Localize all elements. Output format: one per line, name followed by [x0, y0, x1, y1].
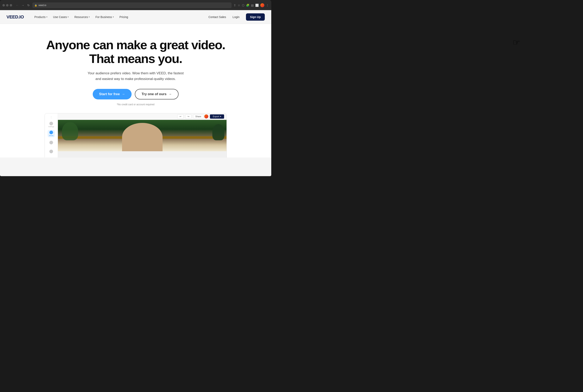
nav-item-for-business[interactable]: For Business ▾: [93, 14, 116, 20]
login-button[interactable]: Login: [229, 14, 243, 20]
sidebar-icon[interactable]: ▤: [251, 4, 254, 7]
arrow-right-icon: →: [122, 92, 125, 96]
menu-icon[interactable]: ⋮: [266, 4, 269, 7]
url-text: veed.io: [38, 4, 46, 7]
puzzle-icon[interactable]: 🧩: [246, 4, 249, 7]
export-button[interactable]: Export ▾: [210, 114, 224, 119]
no-credit-card-text: *No credit card or account required: [117, 103, 154, 106]
browser-toolbar: ← → ↻ 🔒 veed.io ⇧ ☆ ⬡ 🧩 ▤ ⬜ ⋮: [2, 2, 269, 10]
share-area: Share: [193, 114, 208, 118]
sidebar-media-icon[interactable]: Media: [47, 130, 55, 137]
sidebar-media-label: Media: [49, 135, 53, 136]
navbar: VEED.IO Products ▾ Use Cases ▾ Resources…: [0, 10, 271, 24]
app-preview: ⋮ Settings Media: [44, 113, 227, 158]
sidebar-settings-label: Settings: [48, 126, 54, 128]
share-button[interactable]: Share: [193, 114, 203, 118]
user-avatar: [204, 114, 208, 118]
hero-buttons: Start for free → Try one of ours →: [93, 89, 179, 100]
sidebar-extra-icon1[interactable]: [47, 139, 55, 146]
nav-item-resources[interactable]: Resources ▾: [72, 14, 92, 20]
refresh-button[interactable]: ↻: [27, 4, 30, 7]
nav-label-pricing: Pricing: [119, 16, 128, 19]
nav-item-use-cases[interactable]: Use Cases ▾: [51, 14, 71, 20]
website: VEED.IO Products ▾ Use Cases ▾ Resources…: [0, 10, 271, 176]
sidebar-menu-icon[interactable]: ⋮: [50, 116, 52, 119]
nav-label-for-business: For Business: [95, 16, 112, 19]
hero-section: Anyone can make a great video. That mean…: [0, 24, 271, 158]
share-icon[interactable]: ⇧: [234, 4, 236, 7]
export-label: Export: [213, 115, 219, 118]
nav-item-pricing[interactable]: Pricing: [117, 14, 130, 20]
undo-button[interactable]: ↩: [177, 114, 184, 119]
chevron-down-icon: ▾: [68, 16, 69, 18]
app-topbar: ↩ ↪ Share Export ▾: [58, 114, 226, 120]
nav-right: Contact Sales Login Sign Up: [208, 13, 265, 21]
forward-button[interactable]: →: [21, 4, 25, 7]
browser-actions: ⇧ ☆ ⬡ 🧩 ▤ ⬜ ⋮: [234, 3, 269, 7]
minimize-window-btn[interactable]: [6, 4, 8, 6]
bookmark-icon[interactable]: ☆: [238, 4, 240, 7]
app-video-area: [58, 120, 226, 151]
arrow-right-icon: →: [168, 92, 172, 96]
back-button[interactable]: ←: [15, 4, 19, 7]
logo[interactable]: VEED.IO: [6, 14, 24, 20]
plant-left: [62, 122, 78, 140]
sidebar-settings-icon[interactable]: Settings: [47, 121, 55, 128]
nav-label-use-cases: Use Cases: [53, 16, 67, 19]
signup-button[interactable]: Sign Up: [246, 13, 265, 21]
export-chevron-icon: ▾: [220, 115, 221, 118]
sidebar-extra-icon2[interactable]: [47, 148, 55, 155]
person-silhouette: [122, 123, 162, 151]
maximize-window-btn[interactable]: [10, 4, 12, 6]
nav-links: Products ▾ Use Cases ▾ Resources ▾ For B…: [32, 14, 208, 20]
browser-user-avatar[interactable]: [260, 3, 264, 7]
hero-subtitle: Your audience prefers video. Wow them wi…: [87, 70, 184, 82]
nav-label-resources: Resources: [74, 16, 88, 19]
close-window-btn[interactable]: [2, 4, 5, 6]
browser-window-buttons: [2, 4, 12, 6]
nav-item-products[interactable]: Products ▾: [32, 14, 50, 20]
lock-icon: 🔒: [34, 4, 37, 7]
app-main-area: ↩ ↪ Share Export ▾: [58, 114, 226, 158]
address-bar[interactable]: 🔒 veed.io: [32, 2, 232, 8]
chevron-down-icon: ▾: [89, 16, 90, 18]
video-placeholder: [58, 120, 226, 151]
contact-sales-link[interactable]: Contact Sales: [208, 16, 226, 19]
try-one-of-ours-button[interactable]: Try one of ours →: [135, 89, 179, 100]
chevron-down-icon: ▾: [46, 16, 47, 18]
redo-button[interactable]: ↪: [185, 114, 191, 119]
nav-label-products: Products: [34, 16, 45, 19]
chevron-down-icon: ▾: [113, 16, 114, 18]
split-view-icon[interactable]: ⬜: [255, 4, 259, 7]
try-one-of-ours-label: Try one of ours: [142, 92, 167, 96]
start-for-free-button[interactable]: Start for free →: [93, 89, 132, 100]
app-sidebar: ⋮ Settings Media: [45, 114, 58, 158]
extension-icon[interactable]: ⬡: [242, 4, 244, 7]
hero-title-line1: Anyone can make a great video.: [46, 38, 225, 52]
start-for-free-label: Start for free: [99, 92, 120, 96]
plant-right: [212, 124, 224, 140]
hero-title-line2: That means you.: [89, 52, 182, 66]
hero-title: Anyone can make a great video. That mean…: [46, 38, 225, 66]
browser-chrome: ← → ↻ 🔒 veed.io ⇧ ☆ ⬡ 🧩 ▤ ⬜ ⋮: [0, 0, 271, 10]
